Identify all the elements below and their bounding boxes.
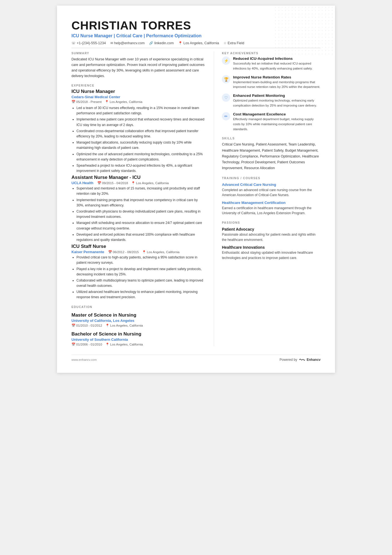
job-3-bullet-3: Collaborated with multidisciplinary team…	[76, 278, 205, 288]
job-3-bullet-4: Utilized advanced healthcare technology …	[76, 289, 205, 300]
job-2-company: UCLA Health	[71, 181, 93, 185]
location-icon-edu2: 📍	[105, 342, 109, 346]
achievement-3-title: Enhanced Patient Monitoring	[233, 93, 321, 98]
contact-location: 📍 Los Angeles, California	[178, 41, 219, 45]
job-1-title: ICU Nurse Manager	[71, 89, 205, 94]
job-2: Assistant Nurse Manager - ICU UCLA Healt…	[71, 175, 205, 243]
location-icon-edu1: 📍	[105, 324, 109, 327]
job-1-bullet-3: Coordinated cross-departmental collabora…	[76, 129, 205, 139]
contact-email: ✉ help@enhancv.com	[110, 41, 145, 45]
edu-1-school: University of California, Los Angeles	[71, 319, 205, 323]
job-1-bullets: Led a team of 30 ICU nurses effectively,…	[71, 105, 205, 174]
calendar-icon-edu2: 📅	[71, 342, 75, 346]
enhancv-brand: Enhancv	[307, 358, 321, 362]
achievement-1-desc: Successfully led an initiative that redu…	[233, 61, 321, 71]
job-1: ICU Nurse Manager Cedars-Sinai Medical C…	[71, 89, 205, 174]
edu-2-degree: Bachelor of Science in Nursing	[71, 331, 205, 337]
achievement-3-content: Enhanced Patient Monitoring Optimized pa…	[233, 93, 321, 108]
achievement-1: ⚡ Reduced ICU-Acquired Infections Succes…	[222, 56, 321, 71]
achievement-2-content: Improved Nurse Retention Rates Implement…	[233, 75, 321, 90]
training-1-title: Advanced Critical Care Nursing	[222, 182, 321, 187]
decorative-dots	[274, 6, 335, 56]
job-2-meta: 📅 09/2015 - 04/2018 📍 Los Angeles, Calif…	[97, 181, 169, 185]
edu-2: Bachelor of Science in Nursing Universit…	[71, 331, 205, 346]
location-icon: 📍	[178, 41, 182, 45]
calendar-icon-3: 📅	[108, 250, 112, 254]
passion-1-title: Patient Advocacy	[222, 227, 321, 231]
link-icon: 🔗	[149, 41, 153, 45]
achievement-1-content: Reduced ICU-Acquired Infections Successf…	[233, 56, 321, 71]
resume-page: CHRISTIAN TORRES ICU Nurse Manager | Cri…	[57, 6, 335, 373]
edu-1-location: 📍 Los Angeles, California	[105, 324, 143, 327]
job-1-company: Cedars-Sinai Medical Center	[71, 95, 205, 99]
job-2-bullet-1: Supervised and mentored a team of 15 nur…	[76, 186, 205, 196]
job-3-bullet-1: Provided critical care to high-acuity pa…	[76, 255, 205, 265]
job-3-bullets: Provided critical care to high-acuity pa…	[71, 255, 205, 300]
job-3-location: 📍 Los Angeles, California	[142, 250, 180, 254]
passion-2-title: Healthcare Innovations	[222, 245, 321, 250]
edu-2-meta: 📅 01/2006 - 01/2010 📍 Los Angeles, Calif…	[71, 342, 205, 346]
bolt-icon: ⚡	[224, 58, 229, 63]
location-icon-2: 📍	[131, 181, 135, 185]
contact-linkedin: 🔗 linkedin.com	[149, 41, 173, 45]
calendar-icon-1: 📅	[71, 100, 75, 104]
phone-icon: ☏	[71, 41, 76, 45]
achievement-4: ✏ Cost Management Excellence Effectively…	[222, 112, 321, 132]
footer-website: www.enhancv.com	[71, 358, 97, 361]
job-3-title: ICU Staff Nurse	[71, 244, 205, 249]
achievement-2-icon: 🏆	[222, 75, 230, 83]
job-3-meta: 📅 06/2012 - 08/2015 📍 Los Angeles, Calif…	[108, 250, 180, 254]
job-2-bullets: Supervised and mentored a team of 15 nur…	[71, 186, 205, 243]
passion-1-desc: Passionate about advocating for patient …	[222, 232, 321, 242]
enhancv-logo-icon	[299, 358, 305, 362]
job-1-bullet-1: Led a team of 30 ICU nurses effectively,…	[76, 105, 205, 116]
achievement-2-title: Improved Nurse Retention Rates	[233, 75, 321, 79]
summary-text: Dedicated ICU Nurse Manager with over 10…	[71, 56, 205, 79]
achievement-4-title: Cost Management Excellence	[233, 112, 321, 116]
passion-2: Healthcare Innovations Enthusiastic abou…	[222, 245, 321, 260]
footer: www.enhancv.com Powered by Enhancv	[71, 355, 321, 362]
location-icon-1: 📍	[105, 100, 109, 104]
job-2-date: 📅 09/2015 - 04/2018	[97, 181, 128, 185]
training-2-title: Healthcare Management Certification	[222, 201, 321, 205]
skills-text: Critical Care Nursing, Patient Assessmen…	[222, 142, 321, 171]
pencil-icon: ✏	[224, 114, 228, 119]
job-1-bullet-2: Implemented a new patient care protocol …	[76, 117, 205, 127]
achievement-1-title: Reduced ICU-Acquired Infections	[233, 56, 321, 61]
job-1-bullet-5: Optimized the use of advanced patient mo…	[76, 152, 205, 162]
edu-2-date: 📅 01/2006 - 01/2010	[71, 342, 102, 346]
job-2-bullet-2: Implemented training programs that impro…	[76, 198, 205, 208]
main-content: SUMMARY Dedicated ICU Nurse Manager with…	[71, 51, 321, 346]
achievement-3-desc: Optimized patient monitoring technology,…	[233, 98, 321, 108]
edu-1-meta: 📅 01/2010 - 01/2012 📍 Los Angeles, Calif…	[71, 324, 205, 327]
training-2-desc: Earned a certification in healthcare man…	[222, 206, 321, 216]
contact-phone: ☏ +1-(234)-555-1234	[71, 41, 106, 45]
skills-label: SKILLS	[222, 137, 321, 140]
education-label: EDUCATION	[71, 305, 205, 309]
job-2-location: 📍 Los Angeles, California	[131, 181, 169, 185]
edu-1-degree: Master of Science in Nursing	[71, 312, 205, 318]
footer-logo: Powered by Enhancv	[280, 358, 321, 362]
right-column: KEY ACHIEVEMENTS ⚡ Reduced ICU-Acquired …	[214, 51, 321, 346]
passion-1: Patient Advocacy Passionate about advoca…	[222, 227, 321, 242]
job-3: ICU Staff Nurse Kaiser Permanente 📅 06/2…	[71, 244, 205, 300]
passion-2-desc: Enthusiastic about staying updated with …	[222, 250, 321, 260]
training-label: TRAINING / COURSES	[222, 176, 321, 180]
achievement-2-desc: Implemented team-building and mentorship…	[233, 80, 321, 90]
job-3-bullet-2: Played a key role in a project to develo…	[76, 267, 205, 277]
achievement-4-desc: Effectively managed department budget, r…	[233, 117, 321, 132]
left-column: SUMMARY Dedicated ICU Nurse Manager with…	[71, 51, 205, 346]
job-1-date: 📅 05/2018 - Present	[71, 100, 101, 104]
job-2-title: Assistant Nurse Manager - ICU	[71, 175, 205, 180]
edu-1: Master of Science in Nursing University …	[71, 312, 205, 327]
calendar-icon-edu1: 📅	[71, 324, 75, 327]
calendar-icon-2: 📅	[97, 181, 101, 185]
training-2: Healthcare Management Certification Earn…	[222, 201, 321, 216]
job-2-bullet-3: Coordinated with physicians to develop i…	[76, 209, 205, 219]
training-1-desc: Completed an advanced critical care nurs…	[222, 188, 321, 198]
summary-label: SUMMARY	[71, 51, 205, 55]
job-2-bullet-4: Managed shift scheduling and resource al…	[76, 220, 205, 231]
edu-2-location: 📍 Los Angeles, California	[105, 342, 143, 346]
job-1-location: 📍 Los Angeles, California	[105, 100, 142, 104]
job-3-company: Kaiser Permanente	[71, 250, 104, 254]
